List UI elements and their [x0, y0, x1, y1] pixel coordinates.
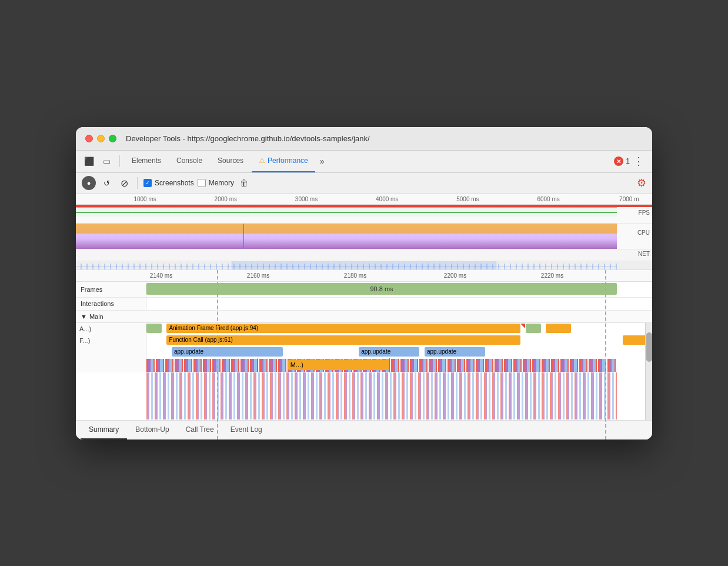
flame-animation-fired[interactable]: Animation Frame Fired (app.js:94)	[166, 324, 520, 333]
tick-1000: 1000 ms	[133, 196, 156, 202]
flame-row-3: app.update app.update app.update	[76, 347, 652, 358]
detail-tick-2160: 2160 ms	[247, 272, 269, 279]
tab-divider-1	[119, 155, 120, 167]
flame-label-4	[76, 358, 146, 372]
yellow-marker	[243, 224, 243, 249]
flame-red-corner	[520, 324, 525, 328]
reload-button[interactable]: ↺	[99, 176, 113, 190]
frames-content: 90.8 ms	[146, 282, 652, 297]
dense-rows-bottom	[146, 372, 617, 419]
detail-tick-2140: 2140 ms	[150, 272, 172, 279]
flame-anim-pre[interactable]	[146, 324, 162, 333]
cpu-label: CPU	[637, 229, 650, 236]
detail-tick-2200: 2200 ms	[444, 272, 466, 279]
tick-3000: 3000 ms	[295, 196, 318, 202]
cpu-track: CPU	[76, 224, 652, 249]
flame-m-block[interactable]: M...)	[288, 359, 389, 370]
devtools-window: Developer Tools - https://googlechrome.g…	[76, 127, 652, 440]
detail-ruler: 2140 ms 2160 ms 2180 ms 2200 ms 2220 ms	[76, 270, 652, 282]
memory-toggle[interactable]: Memory	[198, 179, 234, 187]
flame-label-2: F...)	[76, 335, 146, 347]
flame-row-2: F...) Function Call (app.js:61)	[76, 335, 652, 347]
timeline-overview: 1000 ms 2000 ms 3000 ms 4000 ms 5000 ms …	[76, 194, 652, 270]
flame-app-update-3[interactable]: app.update	[425, 347, 485, 357]
interactions-content	[146, 298, 652, 310]
flame-chart: A...) Animation Frame Fired (app.js:94) …	[76, 323, 652, 420]
record-button[interactable]: ●	[82, 176, 96, 190]
memory-checkbox[interactable]	[198, 179, 206, 187]
screenshots-toggle[interactable]: ✓ Screenshots	[143, 179, 194, 187]
clear-button[interactable]: ⊘	[117, 176, 131, 190]
overview-tracks: FPS CPU NET	[76, 205, 652, 269]
fps-fill	[76, 207, 617, 223]
tab-console[interactable]: Console	[169, 150, 209, 172]
close-button[interactable]	[85, 135, 93, 142]
scrollbar[interactable]	[645, 323, 652, 420]
trash-button[interactable]: 🗑	[240, 178, 248, 188]
main-label: Main	[89, 313, 103, 320]
fps-line	[76, 212, 617, 213]
flame-app-update-1[interactable]: app.update	[172, 347, 283, 357]
frames-label: Frames	[76, 282, 146, 297]
flame-green-right[interactable]	[526, 324, 541, 333]
tab-sources[interactable]: Sources	[211, 150, 251, 172]
tick-2000: 2000 ms	[215, 196, 237, 202]
main-toolbar: ⬛ ▭ Elements Console Sources ⚠ Performan…	[76, 151, 652, 173]
minimize-button[interactable]	[97, 135, 105, 142]
maximize-button[interactable]	[109, 135, 116, 142]
tab-bottom-up[interactable]: Bottom-Up	[127, 421, 177, 440]
line-marker-2	[389, 358, 390, 372]
cpu-yellow-fill	[76, 224, 617, 234]
settings-button[interactable]: ⚙	[637, 177, 646, 189]
frame-block-main[interactable]: 90.8 ms	[146, 283, 617, 295]
flame-app-update-2[interactable]: app.update	[359, 347, 419, 357]
line-marker-1	[258, 358, 258, 372]
flame-orange-right[interactable]	[546, 324, 571, 333]
warning-icon: ⚠	[259, 157, 265, 165]
main-header[interactable]: ▼ Main	[76, 311, 652, 323]
copy-icon[interactable]: ▭	[98, 153, 115, 169]
flame-row-4: M...)	[76, 358, 652, 372]
tab-call-tree[interactable]: Call Tree	[178, 421, 222, 440]
fps-track: FPS	[76, 207, 652, 224]
flame-label-1: A...)	[76, 323, 146, 335]
interactions-row: Interactions	[76, 298, 652, 311]
tick-7000: 7000 m	[619, 196, 639, 202]
tick-4000: 4000 ms	[376, 196, 398, 202]
menu-button[interactable]: ⋮	[630, 155, 647, 168]
screenshots-checkbox[interactable]: ✓	[143, 179, 152, 187]
screenshot-selection	[232, 261, 497, 269]
tab-performance[interactable]: ⚠ Performance	[252, 150, 315, 172]
detail-tick-2220: 2220 ms	[541, 272, 563, 279]
collapse-icon: ▼	[81, 313, 87, 320]
perf-toolbar: ● ↺ ⊘ ✓ Screenshots Memory 🗑 ⚙	[76, 173, 652, 194]
perf-divider	[137, 177, 138, 189]
traffic-lights	[85, 135, 116, 142]
flame-row-1: A...) Animation Frame Fired (app.js:94)	[76, 323, 652, 335]
flame-function-call[interactable]: Function Call (app.js:61)	[166, 335, 520, 345]
interactions-label: Interactions	[76, 298, 146, 310]
detail-area: 2140 ms 2160 ms 2180 ms 2200 ms 2220 ms …	[76, 270, 652, 440]
error-icon: ✕	[614, 157, 623, 166]
tick-6000: 6000 ms	[537, 196, 559, 202]
screenshots-track	[76, 261, 652, 269]
titlebar: Developer Tools - https://googlechrome.g…	[76, 127, 652, 151]
bottom-tabs: Summary Bottom-Up Call Tree Event Log	[76, 420, 652, 440]
net-label: NET	[638, 251, 650, 257]
tab-elements[interactable]: Elements	[125, 150, 168, 172]
tab-more-button[interactable]: »	[316, 154, 328, 168]
tick-5000: 5000 ms	[456, 196, 479, 202]
error-badge[interactable]: ✕ 1	[614, 157, 630, 166]
frames-row: Frames 90.8 ms	[76, 282, 652, 298]
tab-bar: ⬛ ▭ Elements Console Sources ⚠ Performan…	[81, 150, 609, 172]
scrollbar-thumb[interactable]	[646, 332, 652, 362]
window-title: Developer Tools - https://googlechrome.g…	[126, 134, 370, 143]
cursor-icon[interactable]: ⬛	[81, 153, 97, 169]
flame-label-3	[76, 347, 146, 358]
tab-summary[interactable]: Summary	[81, 421, 127, 440]
tab-event-log[interactable]: Event Log	[222, 421, 271, 440]
time-ruler: 1000 ms 2000 ms 3000 ms 4000 ms 5000 ms …	[76, 194, 652, 205]
red-bar	[76, 205, 652, 207]
detail-tick-2180: 2180 ms	[344, 272, 366, 279]
fps-label: FPS	[639, 209, 650, 216]
